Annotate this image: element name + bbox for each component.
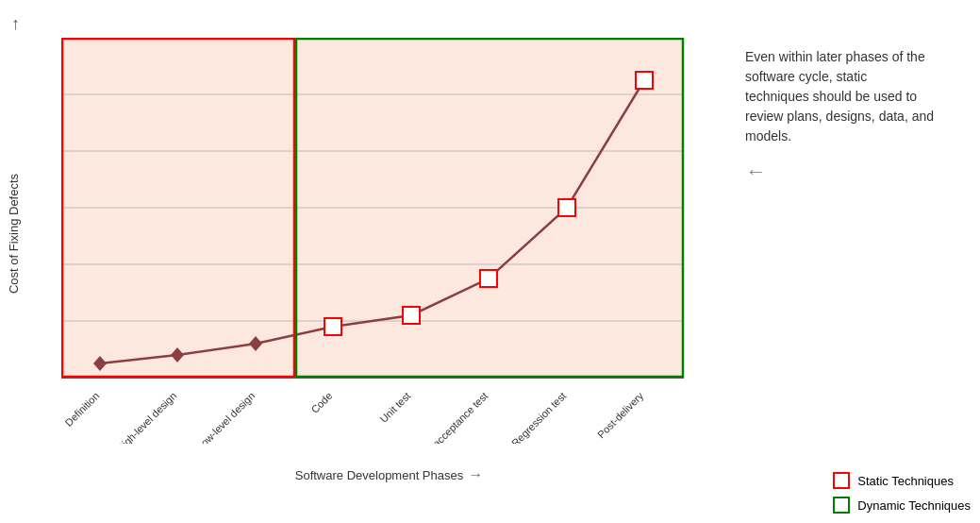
svg-rect-35: [480, 270, 497, 287]
legend-dynamic: Dynamic Techniques: [833, 497, 971, 514]
main-container: ↑ Cost of Fixing Defects 0 20 40 6: [0, 0, 980, 523]
legend-area: Static Techniques Dynamic Techniques: [833, 472, 971, 514]
svg-text:User acceptance test: User acceptance test: [413, 390, 490, 444]
svg-rect-37: [636, 72, 653, 89]
x-axis-label: Software Development Phases →: [61, 466, 717, 483]
svg-text:Low-level design: Low-level design: [194, 390, 257, 444]
legend-static: Static Techniques: [833, 472, 971, 489]
svg-rect-36: [558, 199, 575, 216]
svg-rect-34: [403, 307, 420, 324]
annotation-arrow: →: [745, 156, 766, 187]
legend-static-label: Static Techniques: [857, 474, 954, 488]
svg-text:Unit test: Unit test: [377, 390, 412, 425]
legend-dynamic-label: Dynamic Techniques: [857, 498, 971, 513]
x-axis-arrow: →: [468, 466, 483, 483]
svg-text:Post-delivery: Post-delivery: [595, 390, 646, 441]
chart-area: 0 20 40 60 80 100 120 Definition High-le…: [9, 19, 726, 491]
svg-text:Code: Code: [308, 390, 334, 415]
annotation-text: Even within later phases of the software…: [726, 19, 934, 187]
svg-text:Definition: Definition: [63, 390, 102, 429]
legend-static-box: [833, 472, 850, 489]
svg-text:High-level design: High-level design: [114, 390, 178, 444]
svg-rect-33: [324, 318, 341, 335]
legend-dynamic-box: [833, 497, 850, 514]
svg-text:Regression test: Regression test: [509, 390, 569, 444]
chart-svg: 0 20 40 60 80 100 120 Definition High-le…: [61, 38, 722, 444]
